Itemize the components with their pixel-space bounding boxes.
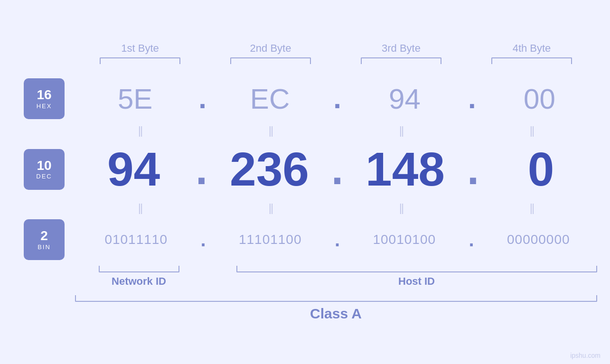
eq2-b2: || — [269, 201, 272, 215]
hex-values-row: 5E . EC . 94 . 00 — [74, 83, 601, 115]
network-id-bracket — [99, 266, 179, 272]
hex-byte3-value: 94 — [389, 83, 421, 115]
hex-badge: 16 HEX — [24, 78, 65, 119]
bin-byte3-cell: 10010100 — [342, 232, 466, 247]
dec-base-number: 10 — [37, 159, 51, 173]
hex-byte2-value: EC — [250, 83, 290, 115]
bin-byte2-cell: 11101100 — [208, 232, 332, 247]
hex-byte1-value: 5E — [118, 83, 152, 115]
eq1-b2: || — [269, 124, 272, 137]
hex-dot2: . — [333, 84, 341, 113]
eq1-b4: || — [530, 124, 534, 137]
class-row: Class A — [75, 295, 597, 322]
top-bracket-4 — [467, 57, 597, 64]
byte4-header: 4th Byte — [467, 42, 597, 55]
eq2-b1: || — [138, 201, 142, 215]
bin-byte1-cell: 01011110 — [74, 232, 198, 247]
eq2-b3: || — [399, 201, 403, 215]
equals-row-1: || || || || — [75, 124, 597, 137]
dec-byte4-cell: 0 — [481, 142, 601, 196]
bin-byte4-cell: 00000000 — [477, 232, 601, 247]
top-bracket-3 — [336, 57, 467, 64]
host-id-bracket — [236, 266, 597, 272]
bin-byte3-value: 10010100 — [373, 232, 436, 247]
hex-row: 16 HEX 5E . EC . 94 . 00 — [0, 78, 610, 119]
bin-row: 2 BIN 01011110 . 11101100 . 10010100 . 0… — [0, 219, 610, 260]
dec-base-label: DEC — [36, 173, 52, 180]
eq1-b3: || — [399, 124, 403, 137]
dec-byte1-cell: 94 — [74, 142, 193, 196]
dec-dot3: . — [467, 148, 479, 191]
byte3-header: 3rd Byte — [336, 42, 467, 55]
bin-dot2: . — [335, 230, 340, 249]
top-bracket-2 — [206, 57, 336, 64]
byte-headers-row: 1st Byte 2nd Byte 3rd Byte 4th Byte — [75, 42, 597, 55]
bin-base-label: BIN — [38, 243, 51, 251]
hex-byte4-cell: 00 — [479, 83, 601, 115]
class-label: Class A — [310, 306, 362, 322]
eq2-b4: || — [530, 201, 534, 215]
bin-dot1: . — [200, 230, 206, 249]
byte2-header: 2nd Byte — [206, 42, 336, 55]
dec-badge: 10 DEC — [24, 149, 65, 190]
hex-byte2-cell: EC — [209, 83, 331, 115]
eq1-b1: || — [138, 124, 142, 137]
hex-base-label: HEX — [37, 103, 52, 110]
bin-values-row: 01011110 . 11101100 . 10010100 . 0000000… — [74, 230, 601, 249]
bin-byte4-value: 00000000 — [507, 232, 570, 247]
bin-dot3: . — [469, 230, 474, 249]
hex-dot1: . — [198, 84, 206, 113]
dec-byte3-value: 148 — [366, 142, 445, 196]
bin-badge: 2 BIN — [24, 219, 65, 260]
main-container: 1st Byte 2nd Byte 3rd Byte 4th Byte 16 H… — [0, 0, 610, 364]
id-brackets-row: Network ID Host ID — [75, 266, 597, 288]
dec-byte3-cell: 148 — [346, 142, 465, 196]
watermark: ipshu.com — [570, 352, 601, 359]
dec-byte2-cell: 236 — [210, 142, 329, 196]
bin-byte2-value: 11101100 — [239, 232, 302, 247]
top-brackets-row — [75, 57, 597, 64]
dec-dot2: . — [331, 148, 343, 191]
hex-dot3: . — [468, 84, 476, 113]
bin-byte1-value: 01011110 — [104, 232, 168, 247]
dec-byte4-value: 0 — [528, 142, 554, 196]
dec-row: 10 DEC 94 . 236 . 148 . 0 — [0, 142, 610, 196]
class-bracket — [75, 295, 597, 302]
dec-dot1: . — [196, 148, 207, 191]
dec-values-row: 94 . 236 . 148 . 0 — [74, 142, 601, 196]
hex-byte3-cell: 94 — [344, 83, 466, 115]
host-id-label: Host ID — [398, 275, 435, 288]
dec-byte2-value: 236 — [230, 142, 309, 196]
byte1-header: 1st Byte — [75, 42, 206, 55]
host-id-container: Host ID — [236, 266, 597, 288]
network-id-container: Network ID — [75, 266, 203, 288]
top-bracket-1 — [75, 57, 206, 64]
equals-row-2: || || || || — [75, 201, 597, 215]
bin-base-number: 2 — [40, 229, 48, 243]
hex-base-number: 16 — [37, 88, 51, 103]
network-id-label: Network ID — [112, 275, 166, 288]
hex-byte4-value: 00 — [524, 83, 555, 115]
dec-byte1-value: 94 — [107, 142, 160, 196]
hex-byte1-cell: 5E — [74, 83, 196, 115]
